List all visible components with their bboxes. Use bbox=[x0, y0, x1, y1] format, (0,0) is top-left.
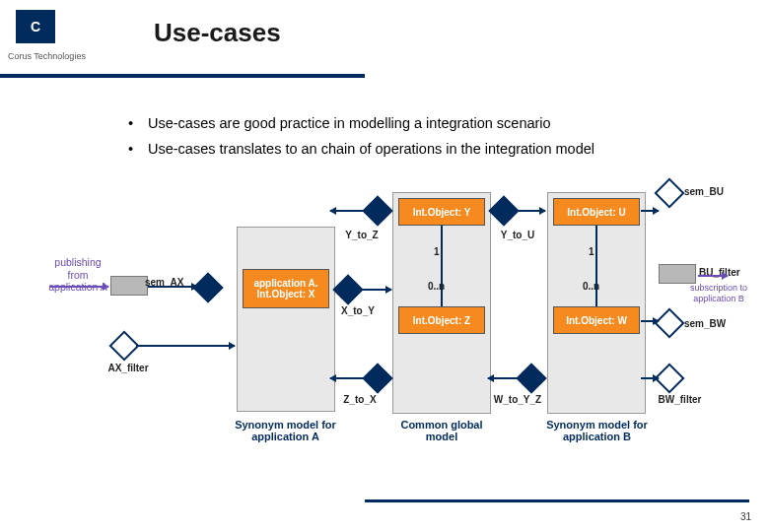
int-w-box: Int.Object: W bbox=[553, 306, 640, 334]
int-u-text: Int.Object: U bbox=[567, 207, 625, 218]
connector bbox=[641, 320, 659, 322]
int-z-box: Int.Object: Z bbox=[398, 306, 485, 334]
slide-title: Use-cases bbox=[154, 18, 281, 48]
int-u-box: Int.Object: U bbox=[553, 198, 640, 226]
w-to-yz-label: W_to_Y_Z bbox=[483, 394, 552, 406]
arrow-output bbox=[698, 275, 728, 277]
list-item: •Use-cases are good practice in modellin… bbox=[128, 113, 700, 135]
col-common-caption: Common global model bbox=[392, 419, 491, 442]
connector-vertical bbox=[441, 226, 443, 306]
input-label: publishing from application A bbox=[43, 256, 112, 294]
connector bbox=[330, 377, 389, 379]
brand-caption: Corus Technologies bbox=[8, 51, 86, 61]
column-syn-a bbox=[237, 227, 335, 412]
bullet-text: Use-cases are good practice in modelling… bbox=[148, 113, 551, 135]
app-a-text: application A. Int.Object: X bbox=[245, 278, 326, 299]
diamond-icon bbox=[654, 177, 684, 208]
bullet-list: •Use-cases are good practice in modellin… bbox=[128, 113, 700, 165]
page-number: 31 bbox=[740, 511, 751, 522]
logo-letter: C bbox=[31, 19, 40, 34]
col-a-caption: Synonym model for application A bbox=[229, 419, 342, 442]
connector-vertical bbox=[595, 226, 597, 306]
int-z-text: Int.Object: Z bbox=[413, 315, 470, 326]
int-y-box: Int.Object: Y bbox=[398, 198, 485, 226]
diamond-icon bbox=[332, 274, 363, 304]
app-a-box: application A. Int.Object: X bbox=[243, 269, 329, 308]
sem-bw-label: sem_BW bbox=[684, 318, 735, 330]
diamond-icon bbox=[488, 195, 519, 226]
connector bbox=[641, 210, 659, 212]
x-to-y-label: X_to_Y bbox=[333, 305, 383, 317]
connector bbox=[488, 377, 542, 379]
connector bbox=[516, 210, 545, 212]
slide-header: C Use-cases bbox=[0, 0, 769, 48]
z-to-x-label: Z_to_X bbox=[335, 394, 384, 406]
col-b-caption: Synonym model for application B bbox=[540, 419, 654, 442]
brand-logo: C bbox=[16, 10, 55, 43]
connector bbox=[148, 286, 197, 288]
card-one-a: 1 bbox=[434, 246, 440, 258]
bu-filter-box bbox=[659, 264, 696, 284]
int-y-text: Int.Object: Y bbox=[413, 207, 471, 218]
y-to-u-label: Y_to_U bbox=[493, 230, 542, 241]
title-rule bbox=[0, 74, 365, 78]
int-w-text: Int.Object: W bbox=[566, 315, 627, 326]
footer-rule bbox=[365, 499, 749, 502]
sem-bu-label: sem_BU bbox=[684, 186, 734, 198]
ax-filter-label: AX_filter bbox=[104, 363, 153, 374]
list-item: •Use-cases translates to an chain of ope… bbox=[128, 139, 700, 161]
diamond-icon bbox=[108, 330, 139, 361]
bw-filter-label: BW_filter bbox=[653, 394, 707, 406]
connector bbox=[641, 377, 659, 379]
connector bbox=[360, 289, 391, 291]
sem-ax-box bbox=[110, 276, 148, 296]
y-to-z-label: Y_to_Z bbox=[337, 230, 386, 241]
connector bbox=[136, 345, 235, 347]
output-label: subscription to application B bbox=[688, 283, 749, 304]
bullet-text: Use-cases translates to an chain of oper… bbox=[148, 139, 594, 161]
connector bbox=[330, 210, 368, 212]
integration-diagram: publishing from application A sem_AX AX_… bbox=[49, 192, 730, 463]
card-one-b: 1 bbox=[589, 246, 594, 258]
